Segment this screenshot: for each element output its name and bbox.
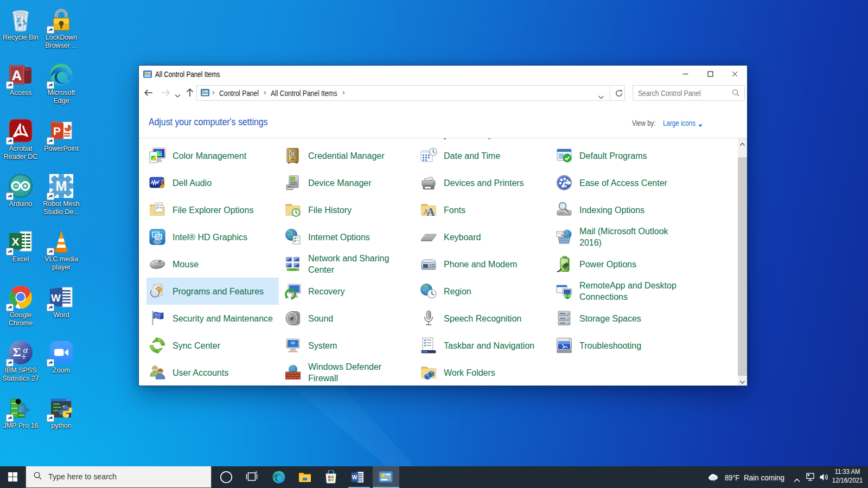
svg-text:X: X — [11, 235, 19, 248]
svg-text:A: A — [427, 206, 435, 218]
svg-text:A: A — [12, 67, 22, 84]
svg-text:intel: intel — [155, 241, 159, 243]
svg-text:W: W — [352, 474, 358, 480]
svg-text:W: W — [51, 292, 61, 304]
svg-text:÷: ÷ — [22, 352, 27, 362]
svg-text:M: M — [56, 178, 67, 194]
svg-text:P: P — [53, 125, 61, 137]
svg-text:Σ: Σ — [12, 345, 21, 359]
